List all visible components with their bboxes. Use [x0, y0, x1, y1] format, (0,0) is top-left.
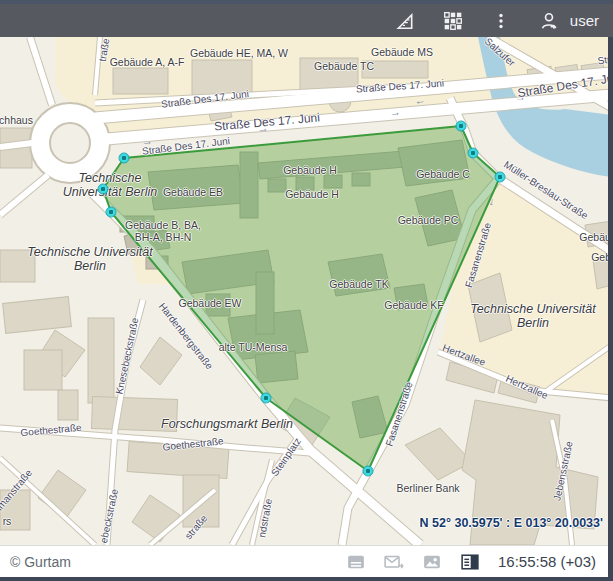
- geofence-vertex-handle[interactable]: [106, 207, 117, 218]
- ruler-icon[interactable]: [394, 10, 416, 32]
- apps-grid-icon[interactable]: [442, 10, 464, 32]
- cursor-coordinates: N 52° 30.5975' : E 013° 20.0033': [420, 516, 603, 530]
- user-menu-label: user: [570, 12, 599, 29]
- geofence-vertex-handle[interactable]: [468, 148, 479, 159]
- image-icon[interactable]: [422, 552, 442, 572]
- geofence-vertex-handle[interactable]: [495, 172, 506, 183]
- top-toolbar: user: [0, 4, 613, 37]
- more-menu-icon[interactable]: [490, 10, 512, 32]
- geofence-vertex-handle[interactable]: [98, 184, 109, 195]
- geofence-vertex-handle[interactable]: [261, 393, 272, 404]
- geofence-vertex-handle[interactable]: [363, 466, 374, 477]
- status-bar: © Gurtam 16:55:58 (+03): [0, 545, 608, 577]
- user-icon: [538, 10, 560, 32]
- map-tiles: [0, 37, 608, 545]
- copyright-label: © Gurtam: [10, 554, 71, 570]
- user-menu[interactable]: user: [538, 10, 599, 32]
- notes-icon[interactable]: [346, 552, 366, 572]
- map-canvas[interactable]: ← → → → → ↓ traße Gebäude A, A-F Gebäude…: [0, 37, 608, 545]
- log-panel-icon[interactable]: [460, 552, 480, 572]
- geofence-vertex-handle[interactable]: [456, 121, 467, 132]
- mail-icon[interactable]: [384, 552, 404, 572]
- clock-label: 16:55:58 (+03): [498, 553, 596, 570]
- geofence-vertex-handle[interactable]: [119, 153, 130, 164]
